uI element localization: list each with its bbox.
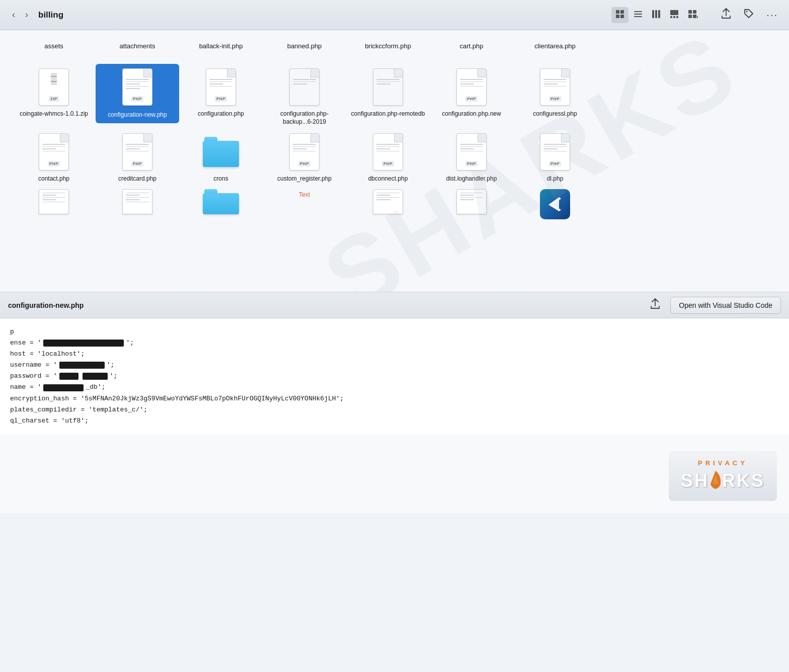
svg-rect-3 [620, 15, 624, 18]
zip-file-icon: ZIP [36, 67, 72, 107]
svg-rect-12 [673, 16, 675, 18]
svg-rect-14 [688, 10, 692, 14]
nav-buttons: ‹ › [8, 8, 32, 22]
partial-item-2[interactable] [96, 186, 179, 221]
code-line-8: plates_compiledir = 'templates_c/'; [10, 404, 779, 415]
back-button[interactable]: ‹ [8, 8, 19, 22]
tag-button[interactable] [740, 6, 757, 24]
preview-header: configuration-new.php Open with Visual S… [0, 292, 789, 318]
svg-rect-4 [634, 11, 642, 12]
code-text: name = ' [10, 382, 41, 393]
file-item-dist-loghandler-php[interactable]: PHP dist.loghandler.php [430, 129, 513, 186]
forward-button[interactable]: › [21, 8, 32, 22]
filename-assets: assets [12, 40, 96, 52]
privacy-sharks-logo: PRIVACY SH RKS [669, 451, 777, 501]
php-file-icon-dbconnect: PHP [370, 132, 406, 172]
view-grid-button[interactable] [611, 7, 628, 23]
svg-rect-15 [693, 10, 696, 14]
file-item-configuration-php[interactable]: PHP configuration.php [179, 64, 263, 121]
file-label-configuration-php-new: configuration.php.new [442, 110, 501, 118]
file-label-configuration-php: configuration.php [198, 110, 244, 118]
svg-rect-17 [693, 15, 696, 18]
code-text: '; [126, 338, 134, 349]
file-item-creditcard-php[interactable]: PHP creditcard.php [96, 129, 179, 186]
view-list-button[interactable] [629, 7, 647, 23]
view-columns-button[interactable] [648, 7, 665, 23]
svg-rect-9 [658, 10, 660, 18]
file-item-configuration-php-backup[interactable]: configuration.php-backup...6-2019 [263, 64, 346, 129]
php-file-icon-1: PHP [203, 67, 239, 107]
file-item-custom-register-php[interactable]: PHP custom_register.php [263, 129, 346, 186]
file-item-dl-php[interactable]: PHP dl.php [513, 129, 597, 186]
partial-item-6[interactable] [430, 186, 513, 221]
svg-rect-13 [676, 16, 678, 18]
more-button[interactable]: ··· [763, 7, 781, 23]
filename-clientarea: clientarea.php [513, 40, 597, 52]
code-line-5: password = ' '; [10, 371, 779, 382]
view-group-button[interactable] [684, 7, 702, 23]
folder-icon-crons [203, 132, 239, 172]
file-label-custom-register-php: custom_register.php [277, 175, 332, 183]
file-item-configuration-php-remotedb[interactable]: configuration.php-remotedb [346, 64, 430, 121]
file-label-contact-php: contact.php [38, 175, 69, 183]
svg-point-18 [746, 11, 748, 13]
vscode-icon-partial [540, 189, 570, 219]
view-controls [611, 7, 702, 23]
top-filename-row: assets attachments ballack-init.php bann… [12, 40, 777, 52]
code-line-1: p [10, 326, 779, 338]
preview-filename: configuration-new.php [8, 301, 640, 309]
code-text: _db'; [86, 382, 105, 393]
file-item-crons-folder[interactable]: crons [179, 129, 263, 186]
code-text: host = 'localhost'; [10, 349, 85, 360]
partial-item-1[interactable] [12, 186, 96, 221]
file-label-dist-loghandler-php: dist.loghandler.php [446, 175, 497, 183]
preview-share-button[interactable] [646, 296, 664, 314]
partial-item-3-folder[interactable] [179, 186, 263, 221]
svg-rect-5 [634, 14, 642, 15]
filename-cart: cart.php [430, 40, 513, 52]
php-file-icon-2 [286, 67, 323, 107]
file-label-configuration-new-php: configuration-new.php [105, 110, 169, 120]
redacted-value [43, 340, 124, 347]
file-item-contact-php[interactable]: PHP contact.php [12, 129, 96, 186]
view-gallery-button[interactable] [666, 7, 683, 23]
privacy-label: PRIVACY [681, 459, 765, 467]
code-text: username = ' [10, 360, 57, 371]
svg-rect-8 [655, 10, 657, 18]
file-item-dbconnect-php[interactable]: PHP dbconnect.php [346, 129, 430, 186]
redacted-password-2 [83, 373, 108, 380]
svg-rect-16 [688, 15, 692, 18]
file-label-crons: crons [213, 175, 228, 183]
file-row-2: PHP contact.php PHP creditcard.php [12, 129, 777, 186]
filename-banned: banned.php [263, 40, 346, 52]
file-item-configuressl-php[interactable]: PHP configuressl.php [513, 64, 597, 121]
partial-item-5[interactable] [346, 186, 430, 221]
code-line-2: ense = ' '; [10, 338, 779, 349]
php-file-icon-4: PHP [453, 67, 490, 107]
sharks-text-s: SH [681, 470, 709, 491]
open-with-vscode-button[interactable]: Open with Visual Studio Code [670, 297, 781, 314]
share-toolbar-button[interactable] [718, 6, 734, 24]
file-item-configuration-php-new[interactable]: PHP configuration.php.new [430, 64, 513, 121]
partial-item-7-vscode[interactable] [513, 186, 597, 221]
code-content: p ense = ' '; host = 'localhost'; userna… [0, 318, 789, 435]
sharks-label: SH RKS [681, 469, 765, 493]
toolbar: ‹ › billing [0, 0, 789, 30]
code-text: encryption_hash = '5sMFNAn20JkjWz3gS9VmE… [10, 393, 344, 404]
php-file-icon-dl: PHP [537, 132, 573, 172]
toolbar-actions: ··· [718, 6, 781, 24]
code-line-3: host = 'localhost'; [10, 349, 779, 360]
code-text: '; [110, 371, 118, 382]
file-row-partial: Text [12, 186, 777, 221]
code-text: ql_charset = 'utf8'; [10, 415, 89, 427]
file-item-configuration-new-php[interactable]: PHP configuration-new.php [96, 64, 179, 123]
code-text: plates_compiledir = 'templates_c/'; [10, 404, 147, 415]
file-label-configuration-php-remotedb: configuration.php-remotedb [351, 110, 425, 118]
file-item-coingate-zip[interactable]: ZIP coingate-whmcs-1.0.1.zip [12, 64, 96, 121]
code-line-6: name = ' _db'; [10, 382, 779, 393]
text-label-partial: Text [299, 191, 310, 198]
redacted-password-1 [59, 373, 78, 380]
sharks-text-rks: RKS [722, 470, 765, 491]
code-text: password = ' [10, 371, 57, 382]
code-line-4: username = ' '; [10, 360, 779, 371]
